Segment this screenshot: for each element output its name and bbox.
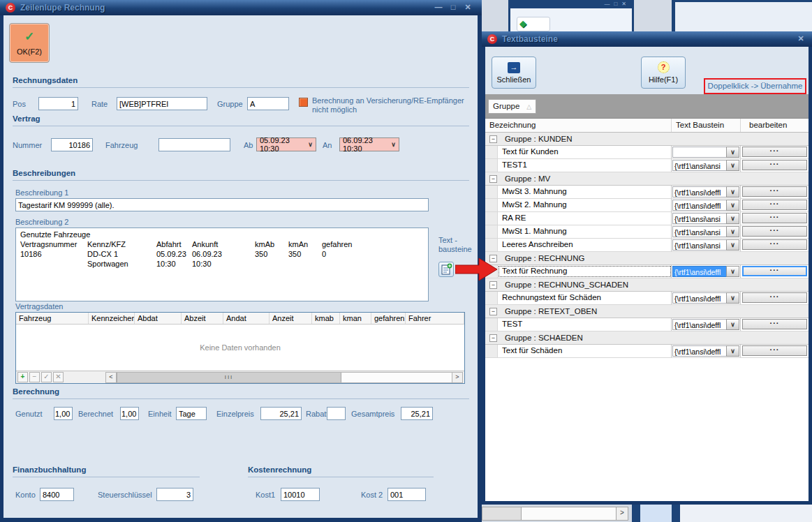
bezeichnung-cell[interactable]: Rechnungstext für Schäden	[498, 292, 672, 304]
fahrzeug-field[interactable]	[158, 138, 230, 151]
group-row[interactable]: −Gruppe : RECHNUNG	[485, 252, 809, 265]
column-header-abdat[interactable]: Abdat	[135, 313, 182, 324]
rabatt-field[interactable]	[327, 407, 346, 420]
text-baustein-value[interactable]: {\rtf1\ansi\deffl	[672, 319, 726, 330]
edit-button[interactable]: ···	[742, 345, 807, 356]
edit-button[interactable]: ···	[742, 186, 807, 197]
chevron-down-icon[interactable]: ∨	[726, 160, 739, 171]
konto-field[interactable]	[40, 488, 74, 501]
titlebar[interactable]: C Zeilenlupe Rechnung	[0, 0, 482, 15]
kost1-field[interactable]	[281, 488, 320, 501]
group-by-chip-gruppe[interactable]: Gruppe△	[488, 99, 536, 114]
text-baustein-value[interactable]: {\rtf1\ansi\ansi	[672, 226, 726, 237]
genutzt-field[interactable]	[54, 407, 73, 420]
chevron-down-icon[interactable]: ∨	[726, 319, 739, 330]
chevron-down-icon[interactable]: ∨	[726, 186, 739, 197]
berechnet-field[interactable]	[120, 407, 139, 420]
text-baustein-value[interactable]: {\rtf1\ansi\deffl	[672, 200, 726, 211]
textbaustein-row[interactable]: Text für Kunden∨···	[485, 146, 809, 159]
collapse-icon[interactable]: −	[489, 175, 497, 183]
column-header-gefahren[interactable]: gefahren	[371, 313, 406, 324]
column-header-kennzeichen[interactable]: Kennzeichen	[89, 313, 135, 324]
close-button[interactable]: ✕	[795, 34, 806, 43]
rate-field[interactable]	[117, 97, 207, 110]
an-date-dropdown[interactable]: 06.09.23 10:30 ∨	[339, 137, 399, 151]
einzelpreis-field[interactable]	[260, 407, 302, 420]
add-row-button[interactable]: +	[17, 372, 28, 382]
chevron-down-icon[interactable]: ∨	[305, 141, 316, 148]
textbaustein-row[interactable]: Leeres Anschreiben{\rtf1\ansi\ansi∨···	[485, 239, 809, 252]
ab-date-dropdown[interactable]: 05.09.23 10:30 ∨	[256, 137, 316, 151]
textbaustein-row[interactable]: MwSt 1. Mahnung{\rtf1\ansi\ansi∨···	[485, 225, 809, 239]
text-baustein-value[interactable]: {\rtf1\ansi\deffl	[672, 186, 726, 197]
edit-button[interactable]: ···	[742, 266, 807, 276]
collapse-icon[interactable]: −	[489, 281, 497, 289]
text-baustein-value[interactable]: {\rtf1\ansi\ansi	[672, 213, 726, 224]
group-row[interactable]: −Gruppe : SCHAEDEN	[485, 331, 809, 345]
column-header-fahrzeug[interactable]: Fahrzeug	[16, 313, 89, 324]
scroll-right-button[interactable]: >	[452, 373, 462, 382]
close-button[interactable]: ✕	[462, 3, 473, 12]
edit-button[interactable]: ···	[742, 160, 807, 170]
beschreibung1-field[interactable]	[15, 198, 429, 211]
column-header-kman[interactable]: kman	[340, 313, 371, 324]
textbaustein-row[interactable]: TEST1{\rtf1\ansi\ansi∨···	[485, 159, 809, 172]
chevron-down-icon[interactable]: ∨	[726, 226, 739, 237]
cancel-button[interactable]: ✕	[53, 372, 64, 382]
text-baustein-value[interactable]: {\rtf1\ansi\deffl	[672, 292, 726, 304]
gruppe-field[interactable]	[247, 97, 289, 110]
group-row[interactable]: −Gruppe : MV	[485, 172, 809, 186]
textbausteine-button[interactable]	[438, 262, 454, 277]
titlebar[interactable]: C Textbausteine	[482, 31, 812, 47]
bezeichnung-cell[interactable]: Leeres Anschreiben	[498, 239, 672, 251]
text-baustein-value[interactable]: {\rtf1\ansi\ansi	[672, 160, 726, 171]
column-header-bearbeiten[interactable]: bearbeiten	[741, 119, 809, 132]
einheit-field[interactable]	[176, 407, 207, 420]
group-row[interactable]: −Gruppe : RECHNUNG_SCHADEN	[485, 278, 809, 292]
accept-button[interactable]: ✓	[41, 372, 52, 382]
text-baustein-value[interactable]: {\rtf1\ansi\deffl	[672, 266, 726, 277]
textbaustein-row[interactable]: RA RE{\rtf1\ansi\ansi∨···	[485, 212, 809, 225]
bezeichnung-cell[interactable]: Text für Kunden	[498, 146, 672, 158]
text-baustein-value[interactable]: {\rtf1\ansi\deffl	[672, 345, 726, 357]
bezeichnung-cell[interactable]: TEST1	[498, 159, 672, 172]
bezeichnung-cell[interactable]: MwSt 1. Mahnung	[498, 225, 672, 238]
maximize-button[interactable]: □	[448, 3, 459, 11]
beschreibung2-field[interactable]: Genutzte FahrzeugeVertragsnummerKennz/KF…	[15, 228, 429, 301]
column-header-fahrer[interactable]: Fahrer	[406, 313, 464, 324]
edit-button[interactable]: ···	[742, 200, 807, 210]
nummer-field[interactable]	[51, 138, 93, 151]
minimize-button[interactable]: —	[433, 3, 444, 11]
textbaustein-row[interactable]: Rechnungstext für Schäden{\rtf1\ansi\def…	[485, 292, 809, 305]
chevron-down-icon[interactable]: ∨	[726, 345, 739, 357]
scrollbar-track[interactable]	[341, 373, 452, 382]
textbaustein-row[interactable]: Text für Rechnung{\rtf1\ansi\deffl∨···	[485, 265, 809, 278]
column-header-kmab[interactable]: kmab	[312, 313, 340, 324]
column-header-abzeit[interactable]: Abzeit	[182, 313, 223, 324]
chevron-down-icon[interactable]: ∨	[726, 266, 739, 277]
chevron-down-icon[interactable]: ∨	[726, 200, 739, 211]
textbaustein-row[interactable]: MwSt 3. Mahnung{\rtf1\ansi\deffl∨···	[485, 186, 809, 199]
edit-button[interactable]: ···	[742, 239, 807, 250]
scrollbar-thumb[interactable]: III	[117, 373, 341, 382]
ok-button[interactable]: ✓ OK(F2)	[9, 23, 50, 63]
text-baustein-value[interactable]	[672, 147, 726, 158]
schliessen-button[interactable]: → Schließen	[492, 57, 536, 89]
column-header-andat[interactable]: Andat	[223, 313, 270, 324]
bezeichnung-cell[interactable]: MwSt 3. Mahnung	[498, 186, 672, 198]
bezeichnung-cell[interactable]: Text für Rechnung	[498, 265, 672, 278]
gesamtpreis-field[interactable]	[401, 407, 433, 420]
chevron-down-icon[interactable]: ∨	[726, 239, 739, 251]
chevron-down-icon[interactable]: ∨	[726, 213, 739, 224]
bezeichnung-cell[interactable]: Text für Schäden	[498, 345, 672, 357]
edit-button[interactable]: ···	[742, 213, 807, 223]
textbaustein-row[interactable]: Text für Schäden{\rtf1\ansi\deffl∨···	[485, 345, 809, 358]
collapse-icon[interactable]: −	[489, 135, 497, 143]
hilfe-button[interactable]: ? Hilfe(F1)	[641, 57, 686, 89]
bezeichnung-cell[interactable]: MwSt 2. Mahnung	[498, 199, 672, 211]
bezeichnung-cell[interactable]: TEST	[498, 318, 672, 331]
textbaustein-row[interactable]: TEST{\rtf1\ansi\deffl∨···	[485, 318, 809, 331]
chevron-down-icon[interactable]: ∨	[388, 141, 399, 148]
versicherung-checkbox[interactable]	[299, 98, 308, 107]
pos-field[interactable]	[38, 97, 78, 110]
